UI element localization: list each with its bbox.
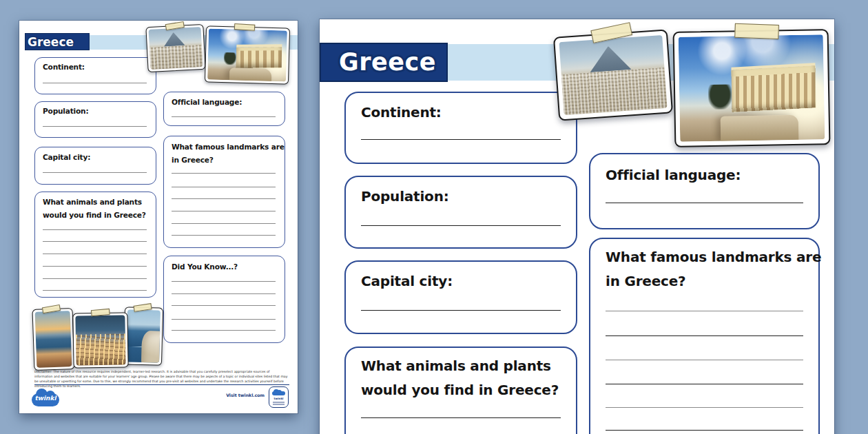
capital-city-box: Capital city: bbox=[34, 147, 156, 185]
answer-line bbox=[172, 116, 276, 117]
rock-shape bbox=[720, 114, 798, 141]
population-box: Population: bbox=[344, 176, 577, 249]
answer-line bbox=[172, 281, 276, 282]
footer-divider bbox=[34, 384, 289, 385]
athens-cityscape-image bbox=[559, 35, 667, 115]
continent-label: Continent: bbox=[43, 63, 85, 71]
continent-box: Continent: bbox=[344, 92, 577, 164]
animals-plants-label-line2: would you find in Greece? bbox=[361, 382, 559, 398]
quality-stamp-badge: twinkl bbox=[269, 386, 289, 408]
tree-shape bbox=[223, 52, 236, 65]
capital-city-box: Capital city: bbox=[344, 260, 577, 334]
capital-city-label: Capital city: bbox=[43, 153, 90, 161]
answer-line bbox=[43, 278, 147, 279]
animals-plants-box: What animals and plants would you find i… bbox=[34, 192, 156, 298]
temple-shape bbox=[731, 63, 816, 112]
page-title-text: Greece bbox=[339, 48, 436, 76]
city-texture bbox=[561, 67, 668, 115]
answer-line bbox=[172, 293, 276, 294]
animals-plants-label-line2: would you find in Greece? bbox=[43, 211, 146, 219]
santorini-village-night-image bbox=[75, 315, 125, 365]
page-title: Greece Greece bbox=[28, 35, 74, 49]
official-language-label: Official language: bbox=[172, 98, 242, 106]
answer-line bbox=[172, 198, 276, 199]
answer-line bbox=[172, 235, 276, 236]
answer-line bbox=[606, 407, 803, 408]
answer-line bbox=[43, 290, 147, 291]
worksheet-thumbnail-page: Greece Greece Continent: Population: Cap… bbox=[19, 21, 298, 413]
answer-line bbox=[606, 384, 803, 384]
answer-line bbox=[606, 335, 803, 336]
answer-line bbox=[606, 360, 803, 360]
answer-line bbox=[361, 310, 561, 311]
answer-line bbox=[172, 187, 276, 187]
did-you-know-box: Did You Know...? bbox=[163, 256, 285, 343]
stamp-brand-text: twinkl bbox=[269, 397, 288, 400]
animals-plants-label-line1: What animals and plants bbox=[43, 198, 142, 206]
answer-line bbox=[172, 211, 276, 211]
landmarks-box: What famous landmarks are in Greece? bbox=[163, 136, 285, 248]
tape-icon bbox=[734, 23, 779, 39]
capital-city-label: Capital city: bbox=[361, 273, 453, 289]
visit-link-text: Visit twinkl.com bbox=[193, 393, 265, 397]
worksheet-zoomed-page: Greece Greece Continent: Population: Cap… bbox=[320, 19, 834, 434]
answer-line bbox=[361, 417, 561, 418]
answer-line bbox=[43, 83, 147, 83]
stamp-decoration bbox=[273, 402, 285, 403]
answer-line bbox=[172, 305, 276, 306]
answer-line bbox=[43, 126, 147, 127]
hill-shape bbox=[588, 45, 631, 72]
answer-line bbox=[43, 266, 147, 267]
did-you-know-label: Did You Know...? bbox=[172, 262, 238, 271]
photo-santorini-village-night bbox=[72, 312, 128, 368]
answer-line bbox=[172, 223, 276, 224]
twinkl-logo: twinkl bbox=[32, 389, 62, 406]
disclaimer-text: Disclaimer: The nature of this resource … bbox=[34, 369, 288, 389]
answer-line bbox=[43, 254, 147, 254]
official-language-box: Official language: bbox=[163, 92, 285, 126]
village-lights-texture bbox=[76, 334, 126, 366]
photo-athens-cityscape bbox=[553, 29, 673, 121]
product-preview: { "labels": { "title": "Greece", "contin… bbox=[0, 0, 868, 434]
answer-line bbox=[172, 330, 276, 331]
photo-parthenon bbox=[673, 29, 831, 147]
answer-line bbox=[172, 319, 276, 320]
answer-line bbox=[361, 139, 561, 140]
athens-cityscape-image bbox=[149, 27, 203, 70]
answer-line bbox=[361, 225, 561, 226]
cliff-shape bbox=[141, 331, 161, 362]
tape-icon bbox=[234, 23, 255, 31]
answer-line bbox=[43, 229, 147, 230]
animals-plants-label-line1: What animals and plants bbox=[361, 358, 551, 374]
landmarks-box: What famous landmarks are in Greece? bbox=[589, 238, 820, 434]
city-texture bbox=[149, 45, 203, 70]
landmarks-label-line2: in Greece? bbox=[606, 273, 686, 289]
photo-parthenon bbox=[205, 25, 290, 84]
parthenon-image bbox=[679, 34, 825, 142]
santorini-sunset-image bbox=[35, 311, 72, 368]
population-box: Population: bbox=[34, 101, 156, 138]
twinkl-logo-text: twinkl bbox=[32, 395, 59, 402]
photo-santorini-sunset bbox=[32, 308, 74, 371]
answer-line bbox=[43, 241, 147, 242]
photo-santorini-cliff-sea bbox=[123, 307, 163, 365]
photo-athens-cityscape bbox=[145, 24, 205, 72]
santorini-cliff-sea-image bbox=[126, 309, 161, 362]
animals-plants-box: What animals and plants would you find i… bbox=[344, 347, 577, 434]
answer-line bbox=[606, 203, 803, 203]
page-title-text: Greece bbox=[28, 35, 74, 49]
hill-shape bbox=[163, 32, 185, 46]
continent-box: Continent: bbox=[34, 57, 156, 94]
population-label: Population: bbox=[43, 107, 89, 115]
tree-shape bbox=[708, 84, 732, 110]
temple-shape bbox=[236, 44, 282, 68]
answer-line bbox=[43, 172, 147, 173]
stamp-decoration bbox=[273, 404, 285, 405]
answer-line bbox=[172, 173, 276, 174]
landmarks-label-line2: in Greece? bbox=[172, 156, 214, 164]
stamp-cloud-icon bbox=[272, 391, 285, 395]
official-language-box: Official language: bbox=[589, 153, 820, 229]
page-title: Greece Greece bbox=[339, 47, 436, 77]
parthenon-image bbox=[207, 29, 287, 82]
population-label: Population: bbox=[361, 188, 449, 205]
